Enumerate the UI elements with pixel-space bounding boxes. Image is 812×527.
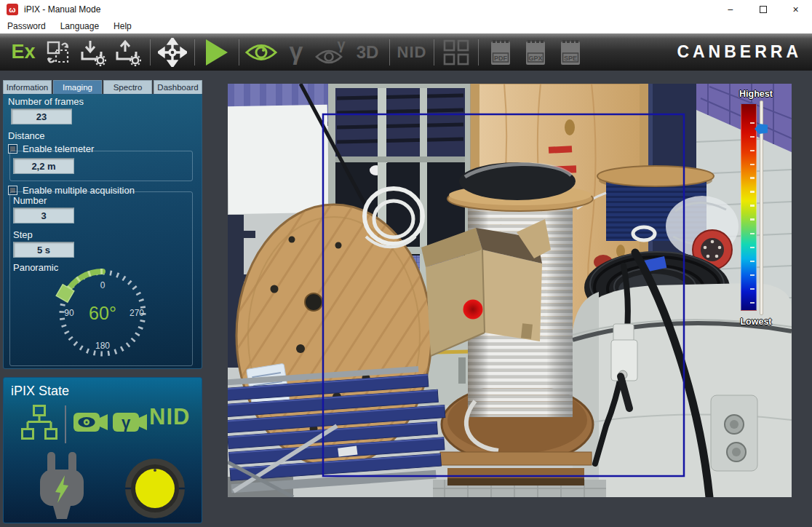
step-input[interactable] (13, 242, 74, 258)
close-button[interactable]: × (779, 0, 812, 19)
reset-acquisition-icon (45, 39, 71, 66)
toolbar: Ex (0, 33, 812, 71)
menu-help[interactable]: Help (106, 19, 139, 33)
svg-text:γ: γ (290, 38, 303, 65)
source-indicator-lamp (135, 469, 175, 508)
svg-text:γ: γ (122, 413, 131, 432)
camera-image (228, 84, 792, 497)
gamma-image-view-button[interactable]: γ (315, 36, 349, 68)
expert-mode-button[interactable]: Ex (7, 36, 39, 68)
dial-value: 60° (89, 303, 116, 323)
toolbar-separator (239, 39, 239, 66)
number-of-frames-input[interactable] (11, 108, 72, 124)
tab-information[interactable]: Information (3, 80, 52, 94)
gamma-camera-status-icon: γ (113, 408, 148, 436)
sidebar: Information Imaging Spectro Dashboard Nu… (3, 80, 202, 523)
source-indicator (124, 458, 186, 519)
expert-mode-label: Ex (11, 41, 35, 63)
nid-toolbar-label: NID (397, 43, 427, 62)
canberra-logo: CANBERRA (677, 42, 802, 62)
colorbar-gradient (741, 103, 757, 311)
svg-text:GPX: GPX (528, 54, 542, 61)
eye-icon (245, 41, 277, 63)
panoramic-dial[interactable]: 0 90 270 180 60° (41, 261, 164, 365)
gamma-icon: γ (286, 38, 306, 67)
colorbar-highest-label: Highest (733, 89, 779, 99)
load-settings-button[interactable] (112, 36, 144, 68)
window-title: iPIX - Manual Mode (24, 4, 100, 15)
nid-button[interactable]: NID (396, 36, 428, 68)
toolbar-separator (150, 39, 151, 66)
3d-view-label: 3D (357, 42, 379, 63)
load-settings-icon (114, 39, 142, 66)
export-gpx-button[interactable]: GPX (520, 36, 552, 68)
minimize-button[interactable]: − (714, 0, 747, 19)
start-acquisition-button[interactable] (201, 36, 233, 68)
svg-text:γ: γ (337, 38, 346, 52)
colorbar: Highest Lowest (733, 89, 779, 336)
menu-language[interactable]: Language (53, 19, 106, 33)
toolbar-separator (389, 39, 390, 66)
menu-bar: Password Language Help (0, 19, 812, 33)
dial-tick-90: 90 (64, 308, 74, 318)
dial-tick-0: 0 (100, 280, 106, 290)
video-view-button[interactable] (245, 36, 277, 68)
svg-text:PDF: PDF (494, 54, 508, 61)
save-settings-icon (79, 39, 107, 66)
number-label: Number (13, 195, 47, 206)
video-camera-status-icon (73, 408, 108, 436)
distance-label: Distance (8, 130, 45, 141)
toolbar-separator (478, 39, 479, 66)
mosaic-view-button[interactable] (440, 36, 472, 68)
export-pdf-button[interactable]: PDF (485, 36, 517, 68)
tab-spectro[interactable]: Spectro (103, 80, 152, 94)
move-arrows-icon (158, 38, 187, 67)
step-label: Step (13, 229, 33, 240)
app-icon: ω (7, 4, 18, 15)
dial-tick-180: 180 (95, 341, 110, 351)
ipix-state-title: iPIX State (11, 384, 69, 399)
spe-file-icon: SPE (559, 39, 582, 66)
3d-view-button[interactable]: 3D (351, 36, 383, 68)
svg-text:SPE: SPE (564, 54, 577, 61)
nid-status-label: NID (149, 404, 190, 430)
imaging-panel: Number of frames Distance Enable telemet… (3, 94, 202, 369)
hotspot-overlay (463, 300, 483, 320)
toolbar-separator (194, 39, 195, 66)
menu-password[interactable]: Password (0, 19, 53, 33)
tab-dashboard[interactable]: Dashboard (154, 80, 202, 94)
colorbar-lowest-label: Lowest (733, 317, 779, 327)
reset-acquisition-button[interactable] (42, 36, 74, 68)
grid-icon (442, 39, 470, 66)
state-divider (65, 405, 66, 443)
save-settings-button[interactable] (77, 36, 109, 68)
pdf-file-icon: PDF (489, 39, 512, 66)
sidebar-tabs: Information Imaging Spectro Dashboard (3, 80, 202, 94)
power-plug-status-icon (36, 451, 88, 520)
gpx-file-icon: GPX (524, 39, 547, 66)
play-icon (204, 39, 229, 66)
network-status-icon (21, 404, 57, 440)
number-input[interactable] (13, 207, 74, 223)
move-detector-button[interactable] (156, 36, 188, 68)
tab-imaging[interactable]: Imaging (53, 80, 102, 94)
camera-viewer: Highest Lowest (228, 84, 792, 497)
gamma-eye-icon: γ (315, 38, 349, 67)
telemeter-distance-input[interactable] (13, 158, 74, 174)
maximize-icon (760, 6, 767, 13)
gamma-view-button[interactable]: γ (280, 36, 312, 68)
toolbar-separator (434, 39, 434, 66)
app-window: ω iPIX - Manual Mode − × Password Langua… (0, 0, 812, 527)
export-spe-button[interactable]: SPE (554, 36, 586, 68)
maximize-button[interactable] (747, 0, 779, 19)
ipix-state-panel: iPIX State γ (3, 377, 202, 523)
dial-tick-270: 270 (130, 308, 144, 318)
title-bar: ω iPIX - Manual Mode − × (0, 0, 812, 19)
number-of-frames-label: Number of frames (8, 96, 84, 107)
